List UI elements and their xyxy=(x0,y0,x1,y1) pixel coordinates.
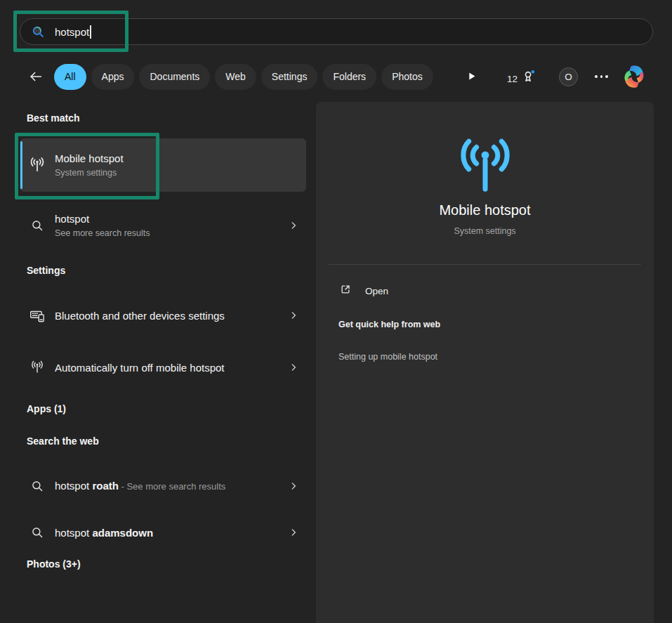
web-query-suffix: - See more search results xyxy=(119,481,225,492)
web-query-bold: adamsdown xyxy=(92,527,153,539)
search-result-icon xyxy=(20,219,55,232)
tab-apps[interactable]: Apps xyxy=(91,64,135,90)
tab-all-label: All xyxy=(65,71,76,82)
search-the-web-header: Search the web xyxy=(27,435,99,447)
tab-folders-label: Folders xyxy=(333,71,366,82)
result-web-roath[interactable]: hotspot roath - See more search results xyxy=(20,461,306,511)
chevron-right-icon xyxy=(281,527,306,537)
tab-settings-label: Settings xyxy=(272,71,308,82)
result-title: hotspot xyxy=(55,212,281,226)
details-title: Mobile hotspot xyxy=(316,202,654,218)
tab-folders[interactable]: Folders xyxy=(322,64,376,90)
filter-tabs-viewport: All Apps Documents Web Settings Folders … xyxy=(54,63,452,90)
more-options-icon[interactable] xyxy=(595,75,608,78)
web-query-bold: roath xyxy=(92,480,119,492)
divider xyxy=(329,264,641,265)
tab-apps-label: Apps xyxy=(102,71,124,82)
result-title: Mobile hotspot xyxy=(55,152,306,166)
details-subtitle: System settings xyxy=(316,226,654,236)
search-icon xyxy=(32,25,45,39)
text-cursor xyxy=(90,25,91,39)
rewards-badge[interactable]: 12 xyxy=(507,70,537,88)
web-query-text: hotspot xyxy=(55,480,92,492)
photos-header: Photos (3+) xyxy=(27,558,81,570)
avatar-initial: O xyxy=(565,72,572,82)
settings-header: Settings xyxy=(27,265,65,276)
tab-settings[interactable]: Settings xyxy=(261,64,318,90)
search-result-icon xyxy=(20,526,55,539)
result-title: Automatically turn off mobile hotspot xyxy=(55,359,230,376)
rewards-count: 12 xyxy=(507,74,518,84)
tab-web[interactable]: Web xyxy=(215,64,256,90)
search-input[interactable]: hotspot xyxy=(20,18,653,45)
rewards-medal-icon xyxy=(521,70,537,88)
result-subtitle: System settings xyxy=(55,167,306,179)
back-button[interactable] xyxy=(28,69,44,84)
quick-help-header: Get quick help from web xyxy=(338,320,440,329)
chevron-right-icon xyxy=(281,481,306,491)
details-card: Mobile hotspot System settings Open Get … xyxy=(316,102,654,623)
search-result-icon xyxy=(20,480,55,493)
search-query-text: hotspot xyxy=(55,26,89,38)
tab-documents[interactable]: Documents xyxy=(139,64,210,90)
account-avatar[interactable]: O xyxy=(559,67,578,86)
tab-all[interactable]: All xyxy=(54,64,86,90)
tab-photos-label: Photos xyxy=(392,71,423,82)
tab-documents-label: Documents xyxy=(150,71,199,82)
chevron-right-icon xyxy=(281,310,306,320)
best-match-header: Best match xyxy=(27,112,79,124)
filter-bar: All Apps Documents Web Settings Folders … xyxy=(0,63,672,90)
tab-photos[interactable]: Photos xyxy=(381,64,433,90)
apps-header: Apps (1) xyxy=(27,403,66,414)
chevron-right-icon xyxy=(281,362,306,372)
hotspot-icon xyxy=(20,156,55,174)
quick-help-link[interactable]: Setting up mobile hotspot xyxy=(338,352,437,362)
open-action[interactable]: Open xyxy=(339,283,388,299)
web-query-text: hotspot xyxy=(55,527,92,539)
chevron-right-icon xyxy=(281,221,306,230)
open-label: Open xyxy=(365,286,388,296)
hotspot-icon xyxy=(20,360,55,375)
windows-search-flyout: hotspot All Apps Documents Web Settings … xyxy=(0,0,672,623)
result-web-adamsdown[interactable]: hotspot adamsdown xyxy=(20,518,306,546)
result-see-more[interactable]: hotspot See more search results xyxy=(20,204,306,247)
result-best-match[interactable]: Mobile hotspot System settings xyxy=(20,138,306,192)
result-subtitle: See more search results xyxy=(55,228,281,240)
devices-icon xyxy=(20,307,55,324)
copilot-icon[interactable] xyxy=(622,65,646,88)
result-auto-turn-off-hotspot[interactable]: Automatically turn off mobile hotspot xyxy=(20,343,306,392)
result-bluetooth-settings[interactable]: Bluetooth and other devices settings xyxy=(20,291,306,340)
tab-web-label: Web xyxy=(225,71,246,82)
selection-accent-bar xyxy=(20,141,22,189)
more-filters-icon[interactable] xyxy=(466,70,477,82)
result-title: Bluetooth and other devices settings xyxy=(55,307,230,324)
open-external-icon xyxy=(339,283,352,299)
mobile-hotspot-icon-large xyxy=(316,134,654,196)
